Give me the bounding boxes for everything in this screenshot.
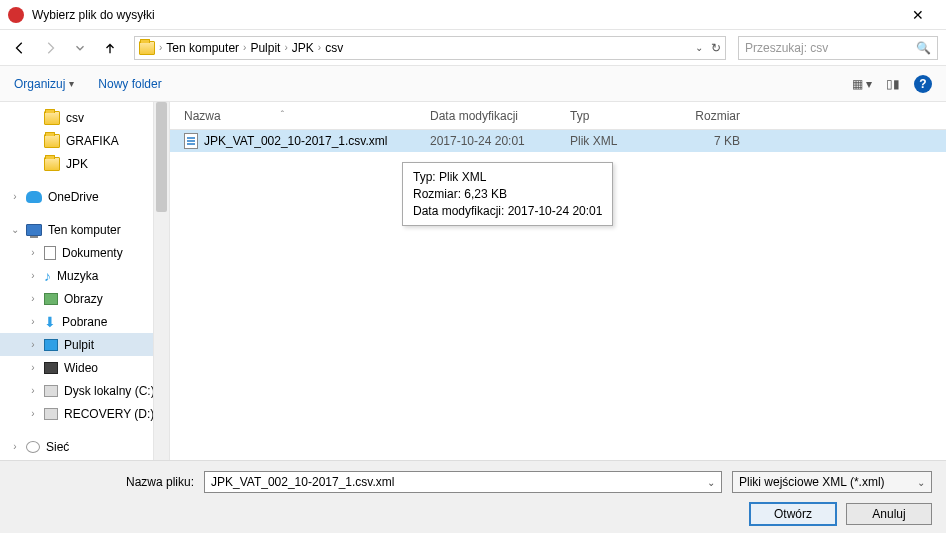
tree-item-documents[interactable]: ›Dokumenty: [0, 241, 169, 264]
documents-icon: [44, 246, 56, 260]
breadcrumb-csv[interactable]: csv: [325, 41, 343, 55]
open-button[interactable]: Otwórz: [750, 503, 836, 525]
tree-label: Dokumenty: [62, 246, 123, 260]
chevron-down-icon: ▾: [69, 78, 74, 89]
file-size: 7 KB: [680, 134, 760, 148]
column-date-label: Data modyfikacji: [430, 109, 518, 123]
dialog-footer: Nazwa pliku: JPK_VAT_002_10-2017_1.csv.x…: [0, 460, 946, 533]
chevron-down-icon[interactable]: ⌄: [707, 477, 715, 488]
filename-input[interactable]: JPK_VAT_002_10-2017_1.csv.xml ⌄: [204, 471, 722, 493]
folder-icon: [44, 111, 60, 125]
file-tooltip: Typ: Plik XML Rozmiar: 6,23 KB Data mody…: [402, 162, 613, 226]
search-input[interactable]: Przeszukaj: csv 🔍: [738, 36, 938, 60]
up-button[interactable]: [98, 36, 122, 60]
folder-icon: [44, 134, 60, 148]
folder-icon: [44, 157, 60, 171]
tree-label: Muzyka: [57, 269, 98, 283]
column-type-label: Typ: [570, 109, 589, 123]
chevron-right-icon: ›: [318, 42, 321, 53]
tree-label: GRAFIKA: [66, 134, 119, 148]
close-button[interactable]: ✕: [898, 7, 938, 23]
column-date[interactable]: Data modyfikacji: [430, 109, 570, 123]
tree-item-music[interactable]: ›♪Muzyka: [0, 264, 169, 287]
disk-icon: [44, 385, 58, 397]
tree-label: csv: [66, 111, 84, 125]
toolbar: Organizuj ▾ Nowy folder ▦ ▾ ▯▮ ?: [0, 66, 946, 102]
help-button[interactable]: ?: [914, 75, 932, 93]
dialog-body: csv GRAFIKA JPK ›OneDrive ⌄Ten komputer …: [0, 102, 946, 460]
filter-value: Pliki wejściowe XML (*.xml): [739, 475, 885, 489]
xml-file-icon: [184, 133, 198, 149]
address-bar[interactable]: › Ten komputer › Pulpit › JPK › csv ⌄ ↻: [134, 36, 726, 60]
navbar: › Ten komputer › Pulpit › JPK › csv ⌄ ↻ …: [0, 30, 946, 66]
refresh-button[interactable]: ↻: [711, 41, 721, 55]
tree-label: Wideo: [64, 361, 98, 375]
list-header: Nazwaˆ Data modyfikacji Typ Rozmiar: [170, 102, 946, 130]
column-type[interactable]: Typ: [570, 109, 680, 123]
address-dropdown[interactable]: ⌄: [695, 42, 703, 53]
tree-label: Sieć: [46, 440, 69, 454]
chevron-right-icon: ›: [284, 42, 287, 53]
music-icon: ♪: [44, 268, 51, 284]
window-title: Wybierz plik do wysyłki: [32, 8, 898, 22]
column-name-label: Nazwa: [184, 109, 221, 123]
titlebar: Wybierz plik do wysyłki ✕: [0, 0, 946, 30]
tree-item-desktop[interactable]: ›Pulpit: [0, 333, 169, 356]
recent-dropdown[interactable]: [68, 36, 92, 60]
file-type-filter[interactable]: Pliki wejściowe XML (*.xml) ⌄: [732, 471, 932, 493]
tree-item-network[interactable]: ›Sieć: [0, 435, 169, 458]
cancel-label: Anuluj: [872, 507, 905, 521]
column-size-label: Rozmiar: [695, 109, 740, 123]
tree-item-grafika[interactable]: GRAFIKA: [0, 129, 169, 152]
folder-icon: [139, 41, 155, 55]
back-button[interactable]: [8, 36, 32, 60]
chevron-down-icon[interactable]: ⌄: [917, 477, 925, 488]
search-icon: 🔍: [916, 41, 931, 55]
folder-tree[interactable]: csv GRAFIKA JPK ›OneDrive ⌄Ten komputer …: [0, 102, 170, 460]
tree-item-this-pc[interactable]: ⌄Ten komputer: [0, 218, 169, 241]
tree-item-recovery-d[interactable]: ›RECOVERY (D:): [0, 402, 169, 425]
tree-scrollbar[interactable]: [153, 102, 169, 460]
cancel-button[interactable]: Anuluj: [846, 503, 932, 525]
filename-value: JPK_VAT_002_10-2017_1.csv.xml: [211, 475, 394, 489]
desktop-icon: [44, 339, 58, 351]
tree-item-local-disk-c[interactable]: ›Dysk lokalny (C:): [0, 379, 169, 402]
tree-item-pictures[interactable]: ›Obrazy: [0, 287, 169, 310]
disk-icon: [44, 408, 58, 420]
tree-item-videos[interactable]: ›Wideo: [0, 356, 169, 379]
videos-icon: [44, 362, 58, 374]
tree-item-csv[interactable]: csv: [0, 106, 169, 129]
new-folder-button[interactable]: Nowy folder: [98, 77, 161, 91]
breadcrumb-root[interactable]: Ten komputer: [166, 41, 239, 55]
tree-label: Pobrane: [62, 315, 107, 329]
tooltip-size: Rozmiar: 6,23 KB: [413, 186, 602, 203]
breadcrumb-jpk[interactable]: JPK: [292, 41, 314, 55]
tree-label: Ten komputer: [48, 223, 121, 237]
file-date: 2017-10-24 20:01: [430, 134, 570, 148]
organize-menu[interactable]: Organizuj ▾: [14, 77, 74, 91]
forward-button[interactable]: [38, 36, 62, 60]
tree-label: Pulpit: [64, 338, 94, 352]
pictures-icon: [44, 293, 58, 305]
column-name[interactable]: Nazwaˆ: [170, 109, 430, 123]
breadcrumb-pulpit[interactable]: Pulpit: [250, 41, 280, 55]
tree-label: Dysk lokalny (C:): [64, 384, 155, 398]
chevron-right-icon: ›: [243, 42, 246, 53]
tooltip-type: Typ: Plik XML: [413, 169, 602, 186]
file-row[interactable]: JPK_VAT_002_10-2017_1.csv.xml 2017-10-24…: [170, 130, 946, 152]
preview-pane-button[interactable]: ▯▮: [886, 77, 900, 91]
file-type: Plik XML: [570, 134, 680, 148]
tree-label: OneDrive: [48, 190, 99, 204]
scrollbar-thumb[interactable]: [156, 102, 167, 212]
tree-item-jpk[interactable]: JPK: [0, 152, 169, 175]
sort-indicator-icon: ˆ: [281, 110, 284, 121]
view-options-button[interactable]: ▦ ▾: [852, 77, 872, 91]
tree-item-downloads[interactable]: ›⬇Pobrane: [0, 310, 169, 333]
file-list: Nazwaˆ Data modyfikacji Typ Rozmiar JPK_…: [170, 102, 946, 460]
new-folder-label: Nowy folder: [98, 77, 161, 91]
open-label: Otwórz: [774, 507, 812, 521]
column-size[interactable]: Rozmiar: [680, 109, 760, 123]
tree-item-onedrive[interactable]: ›OneDrive: [0, 185, 169, 208]
search-placeholder: Przeszukaj: csv: [745, 41, 828, 55]
filename-label: Nazwa pliku:: [14, 475, 194, 489]
